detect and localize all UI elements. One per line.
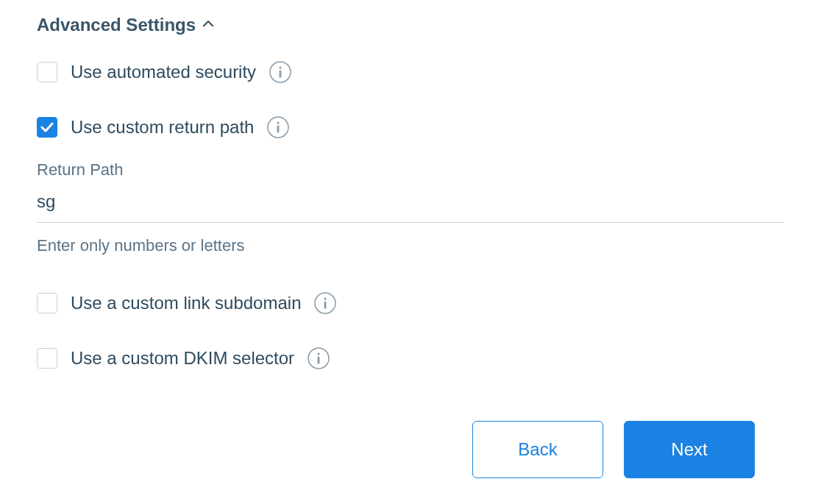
button-row: Back Next [37,421,784,478]
svg-point-10 [317,352,319,355]
svg-rect-8 [324,302,327,309]
svg-rect-2 [280,71,282,78]
info-icon[interactable] [314,292,336,314]
return-path-hint: Enter only numbers or letters [37,236,784,255]
info-icon[interactable] [269,61,291,83]
custom-dkim-selector-label: Use a custom DKIM selector [71,348,294,369]
return-path-input[interactable] [37,187,784,223]
return-path-label: Return Path [37,160,784,180]
section-title: Advanced Settings [37,15,196,35]
svg-rect-5 [277,126,280,133]
automated-security-row: Use automated security [37,61,784,83]
chevron-up-icon [203,20,213,30]
custom-return-path-row: Use custom return path [37,116,784,138]
info-icon[interactable] [308,347,330,369]
advanced-settings-toggle[interactable]: Advanced Settings [37,15,784,35]
return-path-field-group: Return Path Enter only numbers or letter… [37,160,784,255]
automated-security-checkbox[interactable] [37,62,57,82]
custom-return-path-label: Use custom return path [71,117,254,138]
custom-dkim-selector-row: Use a custom DKIM selector [37,347,784,369]
svg-point-4 [277,121,280,124]
info-icon[interactable] [267,116,289,138]
custom-return-path-checkbox[interactable] [37,117,57,138]
svg-point-1 [280,66,282,68]
next-button[interactable]: Next [624,421,755,478]
custom-link-subdomain-row: Use a custom link subdomain [37,292,784,314]
svg-point-7 [324,297,327,299]
back-button[interactable]: Back [472,421,603,478]
custom-link-subdomain-checkbox[interactable] [37,293,57,313]
custom-link-subdomain-label: Use a custom link subdomain [71,293,301,313]
svg-rect-11 [318,357,320,364]
custom-dkim-selector-checkbox[interactable] [37,348,57,369]
automated-security-label: Use automated security [71,62,256,82]
